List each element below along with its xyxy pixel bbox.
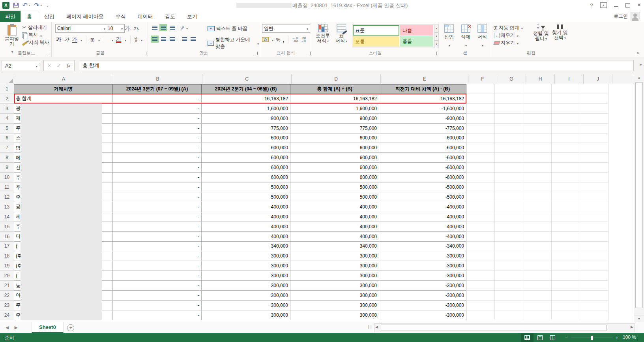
cell-H5[interactable]	[523, 124, 552, 133]
fill-color-dropdown-icon[interactable]	[111, 36, 113, 43]
cell-I4[interactable]	[552, 114, 580, 124]
page-layout-view-button[interactable]	[534, 333, 546, 342]
number-dialog-launcher[interactable]	[307, 52, 311, 55]
cell-G7[interactable]	[495, 143, 523, 153]
cell-B9[interactable]: -	[113, 163, 202, 173]
cell-I14[interactable]	[552, 212, 580, 222]
autosum-button[interactable]: Σ자동 합계	[494, 24, 523, 32]
cell-H15[interactable]	[523, 222, 552, 232]
cell-style-표준[interactable]: 표준	[353, 25, 399, 36]
alignment-dialog-launcher[interactable]	[254, 52, 258, 55]
align-top-button[interactable]	[151, 24, 159, 31]
delete-cells-button[interactable]: ✕ 삭제	[458, 24, 474, 48]
tab-split-handle[interactable]: ⁞⁞	[368, 325, 371, 329]
cell-G6[interactable]	[495, 133, 523, 143]
row-header-22[interactable]: 22	[0, 291, 14, 301]
cell-G1[interactable]	[495, 84, 523, 94]
clipboard-dialog-launcher[interactable]	[47, 52, 50, 55]
cell-J10[interactable]	[580, 173, 608, 182]
cell-I10[interactable]	[552, 173, 580, 182]
row-header-24[interactable]: 24	[0, 310, 14, 320]
cell-F17[interactable]	[466, 242, 495, 252]
cell-J14[interactable]	[580, 212, 608, 222]
cell-C14[interactable]: 400,000	[202, 212, 290, 222]
cell-E5[interactable]: -775,000	[379, 124, 466, 133]
cell-F7[interactable]	[466, 143, 495, 153]
font-color-dropdown-icon[interactable]	[124, 36, 126, 43]
redo-dropdown-icon[interactable]: ▾	[40, 4, 42, 7]
accounting-dropdown-icon[interactable]	[271, 36, 273, 43]
cell-E9[interactable]: -600,000	[379, 163, 466, 173]
cell-E20[interactable]: -300,000	[379, 271, 466, 281]
cell-D17[interactable]: 340,000	[290, 242, 379, 252]
cell-E13[interactable]: -400,000	[379, 202, 466, 212]
underline-dropdown-icon[interactable]	[80, 36, 82, 43]
tab-view[interactable]: 보기	[181, 11, 203, 22]
column-header-J[interactable]: J	[584, 74, 612, 84]
find-select-button[interactable]: 찾기 및선택	[551, 24, 569, 41]
cell-I5[interactable]	[552, 124, 580, 133]
cell-C18[interactable]: 300,000	[202, 251, 290, 261]
formula-input[interactable]: 총 합계	[79, 60, 634, 71]
cell-D22[interactable]: 300,000	[290, 291, 379, 301]
cell-G21[interactable]	[495, 281, 523, 291]
cell-D1[interactable]: 총 합계 (A) + (B)	[290, 84, 379, 94]
cell-F6[interactable]	[466, 133, 495, 143]
cell-J24[interactable]	[580, 310, 608, 320]
cell-C24[interactable]: 300,000	[202, 310, 290, 320]
cell-G4[interactable]	[495, 114, 523, 124]
cell-G12[interactable]	[495, 192, 523, 202]
cell-E3[interactable]: -1,600,000	[379, 104, 466, 114]
cell-H20[interactable]	[523, 271, 552, 281]
column-header-B[interactable]: B	[113, 74, 202, 84]
cell-I15[interactable]	[552, 222, 580, 232]
horizontal-scroll-thumb[interactable]	[381, 325, 607, 331]
cell-I11[interactable]	[552, 182, 580, 192]
cell-J17[interactable]	[580, 242, 608, 252]
format-painter-button[interactable]: 서식 복사	[22, 39, 49, 46]
cell-C10[interactable]: 600,000	[202, 173, 290, 182]
cell-J18[interactable]	[580, 251, 608, 261]
cell-C12[interactable]: 500,000	[202, 192, 290, 202]
cell-B1[interactable]: 2024년 3분기 (07 ~ 09월) (A)	[113, 84, 202, 94]
cell-E22[interactable]: -300,000	[379, 291, 466, 301]
cell-G14[interactable]	[495, 212, 523, 222]
cell-B17[interactable]: -	[113, 242, 202, 252]
cell-I1[interactable]	[552, 84, 580, 94]
undo-icon[interactable]: ↶	[22, 2, 28, 8]
row-header-1[interactable]: 1	[0, 84, 14, 94]
cell-style-나쁨[interactable]: 나쁨	[400, 25, 433, 36]
cell-J2[interactable]	[580, 94, 608, 104]
confirm-entry-icon[interactable]: ✓	[56, 62, 61, 69]
save-icon[interactable]	[13, 3, 19, 8]
cell-style-좋음[interactable]: 좋음	[400, 36, 433, 47]
scroll-down-icon[interactable]: ▼	[634, 315, 644, 322]
cell-J4[interactable]	[580, 114, 608, 124]
cell-F5[interactable]	[466, 124, 495, 133]
formula-bar-splitter[interactable]: ⁞	[39, 62, 39, 68]
close-button[interactable]: ×	[637, 2, 641, 9]
cell-G24[interactable]	[495, 310, 523, 320]
zoom-slider[interactable]	[571, 338, 612, 338]
cell-G23[interactable]	[495, 301, 523, 310]
sort-filter-button[interactable]: ᄀᄒ 정렬 및필터	[532, 24, 550, 41]
cell-C13[interactable]: 400,000	[202, 202, 290, 212]
cell-E4[interactable]: -900,000	[379, 114, 466, 124]
align-bottom-button[interactable]	[168, 24, 176, 31]
page-break-view-button[interactable]	[546, 333, 559, 342]
cell-J13[interactable]	[580, 202, 608, 212]
cell-J22[interactable]	[580, 291, 608, 301]
cell-H7[interactable]	[523, 143, 552, 153]
row-header-17[interactable]: 17	[0, 242, 14, 252]
cell-H21[interactable]	[523, 281, 552, 291]
clear-button[interactable]: 지우기	[494, 39, 523, 47]
expand-formula-bar-icon[interactable]	[639, 63, 642, 67]
cell-C20[interactable]: 300,000	[202, 271, 290, 281]
cell-H22[interactable]	[523, 291, 552, 301]
cell-B3[interactable]: -	[113, 104, 202, 114]
cell-C22[interactable]: 300,000	[202, 291, 290, 301]
column-header-F[interactable]: F	[468, 74, 497, 84]
cell-J1[interactable]	[580, 84, 608, 94]
orientation-button[interactable]: ⇗	[180, 25, 185, 31]
cell-E19[interactable]: -300,000	[379, 261, 466, 271]
